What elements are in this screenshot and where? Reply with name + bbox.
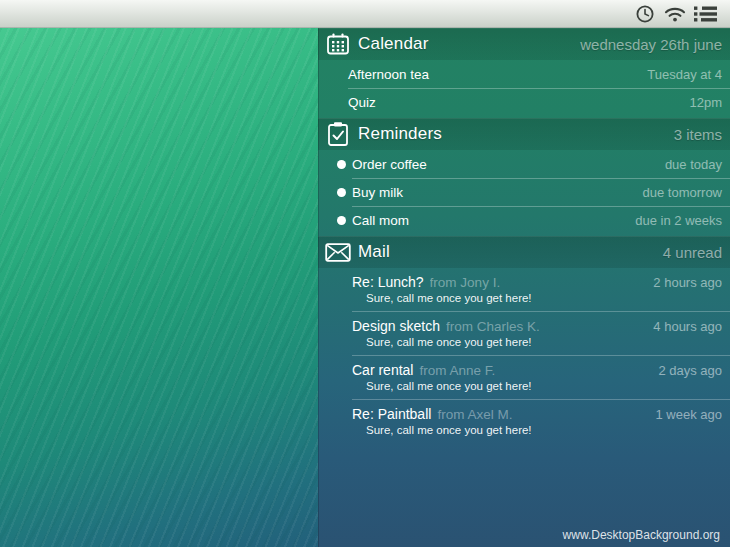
mail-item[interactable]: Design sketch from Charles K. 4 hours ag… (352, 311, 730, 355)
mail-preview: Sure, call me once you get here! (352, 292, 722, 304)
mail-subject: Re: Paintball (352, 406, 431, 422)
mail-timestamp: 4 hours ago (643, 319, 722, 334)
envelope-icon (324, 243, 352, 262)
reminder-due: due in 2 weeks (635, 213, 722, 228)
mail-unread-count: 4 unread (663, 244, 722, 261)
mail-preview: Sure, call me once you get here! (352, 380, 722, 392)
reminder-item[interactable]: Buy milk due tomorrow (352, 178, 730, 206)
calendar-date: wednesday 26th june (580, 36, 722, 53)
reminder-title: Call mom (352, 213, 409, 228)
calendar-event[interactable]: Quiz 12pm (348, 88, 730, 116)
mail-preview: Sure, call me once you get here! (352, 336, 722, 348)
section-title: Mail (358, 242, 390, 262)
list-icon[interactable] (690, 0, 720, 28)
event-title: Afternoon tea (348, 67, 429, 82)
mail-sender: from Charles K. (446, 319, 540, 334)
mail-section-header[interactable]: Mail 4 unread (318, 236, 730, 268)
reminder-item[interactable]: Call mom due in 2 weeks (352, 206, 730, 234)
mail-item[interactable]: Car rental from Anne F. 2 days ago Sure,… (352, 355, 730, 399)
mail-timestamp: 2 days ago (648, 363, 722, 378)
clipboard-check-icon (324, 121, 352, 147)
calendar-section-header[interactable]: Calendar wednesday 26th june (318, 28, 730, 60)
event-time: 12pm (689, 95, 722, 110)
reminders-section: Reminders 3 items Order coffee due today… (318, 118, 730, 234)
event-time: Tuesday at 4 (647, 67, 722, 82)
reminder-title: Order coffee (352, 157, 427, 172)
mail-item[interactable]: Re: Lunch? from Jony I. 2 hours ago Sure… (352, 268, 730, 311)
mail-timestamp: 1 week ago (646, 407, 723, 422)
watermark: www.DesktopBackground.org (563, 528, 720, 542)
mail-timestamp: 2 hours ago (643, 275, 722, 290)
event-title: Quiz (348, 95, 376, 110)
wifi-icon[interactable] (660, 0, 690, 28)
mail-preview: Sure, call me once you get here! (352, 424, 722, 436)
notification-panel: Calendar wednesday 26th june Afternoon t… (318, 28, 730, 547)
reminder-title: Buy milk (352, 185, 403, 200)
menu-bar (0, 0, 730, 28)
mail-item[interactable]: Re: Paintball from Axel M. 1 week ago Su… (352, 399, 730, 443)
section-title: Reminders (358, 124, 442, 144)
calendar-section: Calendar wednesday 26th june Afternoon t… (318, 28, 730, 116)
calendar-event[interactable]: Afternoon tea Tuesday at 4 (348, 60, 730, 88)
reminders-count: 3 items (674, 126, 722, 143)
reminder-item[interactable]: Order coffee due today (352, 150, 730, 178)
reminder-due: due tomorrow (643, 185, 722, 200)
mail-subject: Design sketch (352, 318, 440, 334)
calendar-icon (324, 32, 352, 56)
mail-subject: Re: Lunch? (352, 274, 424, 290)
clock-icon[interactable] (630, 0, 660, 28)
mail-subject: Car rental (352, 362, 413, 378)
reminder-due: due today (665, 157, 722, 172)
desktop: Calendar wednesday 26th june Afternoon t… (0, 0, 730, 547)
mail-sender: from Axel M. (437, 407, 512, 422)
mail-sender: from Anne F. (419, 363, 495, 378)
reminders-section-header[interactable]: Reminders 3 items (318, 118, 730, 150)
mail-section: Mail 4 unread Re: Lunch? from Jony I. 2 … (318, 236, 730, 443)
section-title: Calendar (358, 34, 429, 54)
mail-sender: from Jony I. (430, 275, 501, 290)
